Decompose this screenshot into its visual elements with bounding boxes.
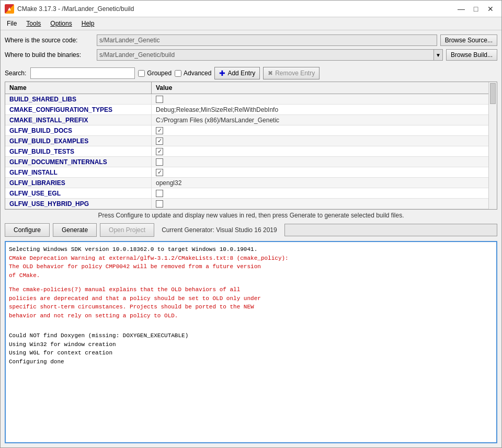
header-name: Name bbox=[5, 82, 152, 94]
open-project-button[interactable]: Open Project bbox=[100, 223, 154, 237]
table-row[interactable]: GLFW_USE_EGL bbox=[5, 188, 497, 199]
header-value: Value bbox=[152, 82, 497, 94]
row-name: GLFW_BUILD_TESTS bbox=[5, 146, 152, 156]
build-input[interactable] bbox=[97, 49, 433, 61]
generator-input[interactable] bbox=[284, 224, 497, 236]
menu-options[interactable]: Options bbox=[46, 18, 76, 29]
output-log: Selecting Windows SDK version 10.0.18362… bbox=[5, 241, 497, 443]
log-line: CMake Deprecation Warning at external/gl… bbox=[9, 254, 493, 263]
search-label: Search: bbox=[5, 70, 26, 77]
row-value: Debug;Release;MinSizeRel;RelWithDebInfo bbox=[152, 105, 497, 114]
table-row[interactable]: GLFW_USE_HYBRID_HPG bbox=[5, 199, 497, 209]
table-row[interactable]: GLFW_DOCUMENT_INTERNALS bbox=[5, 157, 497, 167]
log-line: The cmake-policies(7) manual explains th… bbox=[9, 285, 493, 294]
main-window: ▲ CMake 3.17.3 - /MarLander_Genetic/buil… bbox=[0, 0, 502, 448]
log-line: specific short-term circumstances. Proje… bbox=[9, 303, 493, 312]
build-input-container: ▼ bbox=[97, 49, 443, 61]
remove-icon: ✖ bbox=[268, 70, 273, 77]
table-body: BUILD_SHARED_LIBS CMAKE_CONFIGURATION_TY… bbox=[5, 94, 497, 209]
value-checkbox[interactable] bbox=[156, 200, 163, 208]
log-line: policies are deprecated and that a polic… bbox=[9, 294, 493, 303]
value-checkbox-checked[interactable] bbox=[156, 127, 163, 134]
title-text: CMake 3.17.3 - /MarLander_Genetic/build bbox=[17, 5, 454, 13]
grouped-checkbox[interactable] bbox=[138, 70, 145, 77]
source-row: Where is the source code: Browse Source.… bbox=[5, 35, 497, 46]
generate-button[interactable]: Generate bbox=[53, 223, 97, 237]
row-name: GLFW_LIBRARIES bbox=[5, 178, 152, 188]
table-row[interactable]: BUILD_SHARED_LIBS bbox=[5, 94, 497, 105]
menu-help[interactable]: Help bbox=[77, 18, 99, 29]
table-row[interactable]: CMAKE_INSTALL_PREFIX C:/Program Files (x… bbox=[5, 115, 497, 125]
status-bar: Press Configure to update and display ne… bbox=[1, 210, 501, 221]
menu-tools[interactable]: Tools bbox=[22, 18, 45, 29]
value-checkbox[interactable] bbox=[156, 158, 163, 166]
grouped-checkbox-group: Grouped bbox=[138, 70, 172, 77]
value-checkbox-checked[interactable] bbox=[156, 137, 163, 145]
close-button[interactable]: ✕ bbox=[484, 4, 497, 14]
minimize-button[interactable]: — bbox=[454, 4, 468, 14]
table-scrollbar[interactable] bbox=[488, 82, 497, 209]
status-text: Press Configure to update and display ne… bbox=[98, 212, 404, 219]
value-checkbox[interactable] bbox=[156, 96, 163, 103]
browse-source-button[interactable]: Browse Source... bbox=[440, 35, 497, 46]
search-row: Search: Grouped Advanced ✚ Add Entry ✖ R… bbox=[1, 65, 501, 82]
table-row[interactable]: GLFW_BUILD_EXAMPLES bbox=[5, 136, 497, 146]
add-icon: ✚ bbox=[219, 69, 225, 77]
remove-entry-label: Remove Entry bbox=[275, 70, 315, 77]
row-value: opengl32 bbox=[152, 178, 497, 188]
scrollbar-thumb[interactable] bbox=[490, 83, 496, 104]
row-value[interactable] bbox=[152, 167, 497, 177]
table-row[interactable]: GLFW_BUILD_TESTS bbox=[5, 146, 497, 157]
row-name: GLFW_INSTALL bbox=[5, 167, 152, 177]
row-value[interactable] bbox=[152, 157, 497, 167]
browse-build-button[interactable]: Browse Build... bbox=[446, 49, 497, 61]
search-input[interactable] bbox=[30, 67, 135, 79]
table-header: Name Value bbox=[5, 82, 497, 94]
row-value[interactable] bbox=[152, 125, 497, 135]
value-checkbox-checked[interactable] bbox=[156, 148, 163, 155]
build-dropdown-arrow[interactable]: ▼ bbox=[433, 49, 443, 61]
log-line: Using WGL for context creation bbox=[9, 349, 493, 358]
log-line: Could NOT find Doxygen (missing: DOXYGEN… bbox=[9, 331, 493, 340]
advanced-label: Advanced bbox=[184, 70, 211, 77]
advanced-checkbox[interactable] bbox=[175, 70, 181, 77]
table-row[interactable]: GLFW_LIBRARIES opengl32 bbox=[5, 178, 497, 188]
maximize-button[interactable]: □ bbox=[469, 4, 483, 14]
row-value[interactable] bbox=[152, 188, 497, 198]
log-line: Selecting Windows SDK version 10.0.18362… bbox=[9, 245, 493, 254]
row-name: CMAKE_INSTALL_PREFIX bbox=[5, 115, 152, 125]
table-row[interactable]: GLFW_BUILD_DOCS bbox=[5, 125, 497, 136]
action-row: Configure Generate Open Project Current … bbox=[1, 221, 501, 239]
value-checkbox-checked[interactable] bbox=[156, 169, 163, 176]
add-entry-button[interactable]: ✚ Add Entry bbox=[214, 67, 260, 79]
add-entry-label: Add Entry bbox=[227, 70, 255, 77]
app-icon: ▲ bbox=[5, 4, 14, 14]
log-line bbox=[9, 326, 493, 331]
table-row[interactable]: GLFW_INSTALL bbox=[5, 167, 497, 178]
configure-button[interactable]: Configure bbox=[5, 223, 50, 237]
build-label: Where to build the binaries: bbox=[5, 51, 94, 59]
source-input[interactable] bbox=[97, 35, 437, 46]
row-value[interactable] bbox=[152, 136, 497, 146]
log-line: Using Win32 for window creation bbox=[9, 340, 493, 349]
row-value[interactable] bbox=[152, 146, 497, 156]
row-name: GLFW_USE_HYBRID_HPG bbox=[5, 199, 152, 209]
table-row[interactable]: CMAKE_CONFIGURATION_TYPES Debug;Release;… bbox=[5, 105, 497, 115]
log-line: Configuring done bbox=[9, 358, 493, 366]
value-checkbox[interactable] bbox=[156, 190, 163, 197]
menu-file[interactable]: File bbox=[3, 18, 21, 29]
log-line: of CMake. bbox=[9, 271, 493, 280]
row-value[interactable] bbox=[152, 94, 497, 104]
source-label: Where is the source code: bbox=[5, 37, 94, 44]
generator-label: Current Generator: Visual Studio 16 2019 bbox=[157, 226, 281, 234]
form-area: Where is the source code: Browse Source.… bbox=[1, 30, 501, 65]
row-name: GLFW_USE_EGL bbox=[5, 188, 152, 198]
title-controls: — □ ✕ bbox=[454, 4, 497, 14]
row-value[interactable] bbox=[152, 199, 497, 209]
row-value: C:/Program Files (x86)/MarsLander_Geneti… bbox=[152, 115, 497, 125]
remove-entry-button[interactable]: ✖ Remove Entry bbox=[263, 67, 320, 79]
menu-bar: File Tools Options Help bbox=[1, 17, 501, 30]
log-line: behavior and not rely on setting a polic… bbox=[9, 312, 493, 320]
row-name: BUILD_SHARED_LIBS bbox=[5, 94, 152, 104]
cmake-table: Name Value BUILD_SHARED_LIBS CMAKE_CONFI… bbox=[5, 82, 497, 210]
